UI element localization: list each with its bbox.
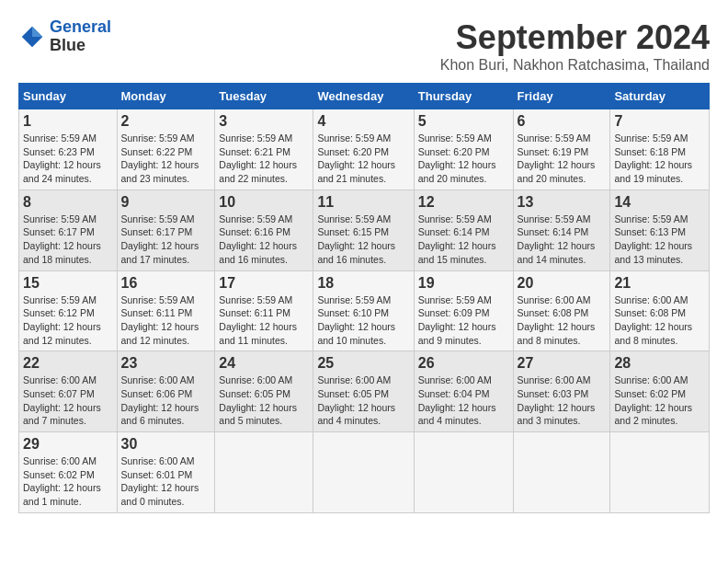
week-row-1: 1 Sunrise: 5:59 AM Sunset: 6:23 PM Dayli…: [19, 109, 710, 190]
day-info: Sunrise: 5:59 AM Sunset: 6:21 PM Dayligh…: [219, 132, 309, 186]
header-cell-wednesday: Wednesday: [313, 84, 414, 109]
day-cell: [414, 432, 513, 513]
day-cell: 5 Sunrise: 5:59 AM Sunset: 6:20 PM Dayli…: [414, 109, 513, 190]
day-info: Sunrise: 5:59 AM Sunset: 6:18 PM Dayligh…: [614, 132, 705, 186]
day-info: Sunrise: 5:59 AM Sunset: 6:10 PM Dayligh…: [317, 293, 409, 348]
day-cell: 30 Sunrise: 6:00 AM Sunset: 6:01 PM Dayl…: [117, 432, 215, 513]
day-number: 11: [317, 194, 409, 211]
day-number: 29: [23, 436, 113, 453]
day-cell: [610, 432, 710, 513]
day-info: Sunrise: 6:00 AM Sunset: 6:08 PM Dayligh…: [518, 293, 607, 348]
day-number: 8: [23, 194, 113, 211]
day-cell: 2 Sunrise: 5:59 AM Sunset: 6:22 PM Dayli…: [117, 109, 215, 190]
day-number: 17: [219, 275, 309, 292]
day-number: 14: [614, 194, 705, 211]
day-cell: 1 Sunrise: 5:59 AM Sunset: 6:23 PM Dayli…: [19, 109, 118, 190]
day-cell: 20 Sunrise: 6:00 AM Sunset: 6:08 PM Dayl…: [513, 270, 610, 351]
day-info: Sunrise: 5:59 AM Sunset: 6:14 PM Dayligh…: [518, 213, 607, 267]
day-number: 19: [418, 275, 509, 292]
day-info: Sunrise: 5:59 AM Sunset: 6:15 PM Dayligh…: [317, 213, 409, 267]
day-cell: 13 Sunrise: 5:59 AM Sunset: 6:14 PM Dayl…: [513, 190, 610, 270]
day-cell: 23 Sunrise: 6:00 AM Sunset: 6:06 PM Dayl…: [117, 351, 215, 432]
day-number: 24: [219, 355, 309, 372]
day-number: 13: [518, 194, 607, 211]
header-cell-monday: Monday: [117, 84, 215, 109]
day-info: Sunrise: 5:59 AM Sunset: 6:22 PM Dayligh…: [121, 132, 211, 186]
calendar-table: SundayMondayTuesdayWednesdayThursdayFrid…: [18, 83, 710, 513]
day-number: 26: [418, 355, 509, 372]
day-cell: 17 Sunrise: 5:59 AM Sunset: 6:11 PM Dayl…: [215, 270, 313, 351]
day-number: 21: [614, 275, 705, 292]
day-number: 1: [23, 113, 113, 130]
day-cell: 15 Sunrise: 5:59 AM Sunset: 6:12 PM Dayl…: [19, 270, 118, 351]
logo-line2: Blue: [50, 37, 111, 55]
day-info: Sunrise: 5:59 AM Sunset: 6:20 PM Dayligh…: [418, 132, 509, 186]
day-number: 27: [518, 355, 607, 372]
day-number: 23: [121, 355, 211, 372]
day-cell: 3 Sunrise: 5:59 AM Sunset: 6:21 PM Dayli…: [215, 109, 313, 190]
week-row-3: 15 Sunrise: 5:59 AM Sunset: 6:12 PM Dayl…: [19, 270, 710, 351]
day-cell: [313, 432, 414, 513]
day-cell: 7 Sunrise: 5:59 AM Sunset: 6:18 PM Dayli…: [610, 109, 710, 190]
day-number: 16: [121, 275, 211, 292]
header-cell-friday: Friday: [513, 84, 610, 109]
day-number: 28: [614, 355, 705, 372]
day-cell: 10 Sunrise: 5:59 AM Sunset: 6:16 PM Dayl…: [215, 190, 313, 270]
day-cell: 11 Sunrise: 5:59 AM Sunset: 6:15 PM Dayl…: [313, 190, 414, 270]
header-cell-thursday: Thursday: [414, 84, 513, 109]
day-cell: 8 Sunrise: 5:59 AM Sunset: 6:17 PM Dayli…: [19, 190, 118, 270]
day-cell: 19 Sunrise: 5:59 AM Sunset: 6:09 PM Dayl…: [414, 270, 513, 351]
logo: General Blue: [18, 18, 111, 55]
day-number: 7: [614, 113, 705, 130]
day-cell: 22 Sunrise: 6:00 AM Sunset: 6:07 PM Dayl…: [19, 351, 118, 432]
header-cell-saturday: Saturday: [610, 84, 710, 109]
day-info: Sunrise: 6:00 AM Sunset: 6:05 PM Dayligh…: [317, 373, 409, 428]
header-row: SundayMondayTuesdayWednesdayThursdayFrid…: [19, 84, 710, 109]
day-info: Sunrise: 6:00 AM Sunset: 6:03 PM Dayligh…: [518, 373, 607, 428]
day-info: Sunrise: 5:59 AM Sunset: 6:09 PM Dayligh…: [418, 293, 509, 348]
day-info: Sunrise: 5:59 AM Sunset: 6:13 PM Dayligh…: [614, 213, 705, 267]
logo-line1: General: [50, 17, 111, 36]
day-number: 2: [121, 113, 211, 130]
day-number: 22: [23, 355, 113, 372]
day-number: 25: [317, 355, 409, 372]
day-info: Sunrise: 5:59 AM Sunset: 6:11 PM Dayligh…: [219, 293, 309, 348]
calendar-body: 1 Sunrise: 5:59 AM Sunset: 6:23 PM Dayli…: [19, 109, 710, 513]
svg-marker-1: [32, 27, 42, 37]
day-cell: 6 Sunrise: 5:59 AM Sunset: 6:19 PM Dayli…: [513, 109, 610, 190]
header-cell-sunday: Sunday: [19, 84, 118, 109]
title-section: September 2024 Khon Buri, Nakhon Ratchas…: [440, 18, 710, 74]
day-number: 3: [219, 113, 309, 130]
day-cell: 9 Sunrise: 5:59 AM Sunset: 6:17 PM Dayli…: [117, 190, 215, 270]
day-info: Sunrise: 5:59 AM Sunset: 6:11 PM Dayligh…: [121, 293, 211, 348]
calendar-header: SundayMondayTuesdayWednesdayThursdayFrid…: [19, 84, 710, 109]
day-info: Sunrise: 5:59 AM Sunset: 6:23 PM Dayligh…: [23, 132, 113, 186]
day-info: Sunrise: 5:59 AM Sunset: 6:16 PM Dayligh…: [219, 213, 309, 267]
day-cell: 29 Sunrise: 6:00 AM Sunset: 6:02 PM Dayl…: [19, 432, 118, 513]
location-title: Khon Buri, Nakhon Ratchasima, Thailand: [440, 57, 710, 74]
day-cell: 18 Sunrise: 5:59 AM Sunset: 6:10 PM Dayl…: [313, 270, 414, 351]
week-row-2: 8 Sunrise: 5:59 AM Sunset: 6:17 PM Dayli…: [19, 190, 710, 270]
header-cell-tuesday: Tuesday: [215, 84, 313, 109]
day-cell: 21 Sunrise: 6:00 AM Sunset: 6:08 PM Dayl…: [610, 270, 710, 351]
day-number: 6: [518, 113, 607, 130]
day-cell: [215, 432, 313, 513]
logo-icon: [18, 23, 46, 51]
month-title: September 2024: [440, 18, 710, 57]
day-info: Sunrise: 5:59 AM Sunset: 6:17 PM Dayligh…: [121, 213, 211, 267]
day-info: Sunrise: 5:59 AM Sunset: 6:14 PM Dayligh…: [418, 213, 509, 267]
day-info: Sunrise: 5:59 AM Sunset: 6:19 PM Dayligh…: [518, 132, 607, 186]
day-info: Sunrise: 5:59 AM Sunset: 6:20 PM Dayligh…: [317, 132, 409, 186]
day-info: Sunrise: 6:00 AM Sunset: 6:04 PM Dayligh…: [418, 373, 509, 428]
day-cell: [513, 432, 610, 513]
day-number: 12: [418, 194, 509, 211]
day-info: Sunrise: 5:59 AM Sunset: 6:12 PM Dayligh…: [23, 293, 113, 348]
week-row-5: 29 Sunrise: 6:00 AM Sunset: 6:02 PM Dayl…: [19, 432, 710, 513]
day-cell: 25 Sunrise: 6:00 AM Sunset: 6:05 PM Dayl…: [313, 351, 414, 432]
day-info: Sunrise: 6:00 AM Sunset: 6:05 PM Dayligh…: [219, 373, 309, 428]
logo-text: General Blue: [50, 18, 111, 55]
day-cell: 27 Sunrise: 6:00 AM Sunset: 6:03 PM Dayl…: [513, 351, 610, 432]
day-cell: 24 Sunrise: 6:00 AM Sunset: 6:05 PM Dayl…: [215, 351, 313, 432]
day-info: Sunrise: 6:00 AM Sunset: 6:02 PM Dayligh…: [23, 454, 113, 509]
page-header: General Blue September 2024 Khon Buri, N…: [18, 18, 710, 74]
